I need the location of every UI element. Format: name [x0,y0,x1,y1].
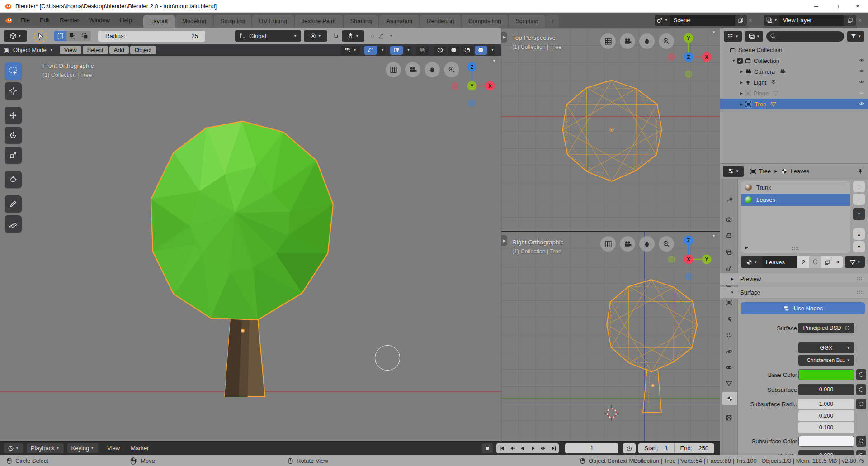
visibility-dropdown[interactable]: ▼ [341,46,360,55]
add-slot-button[interactable]: + [853,181,865,192]
breadcrumb-object[interactable]: Tree [759,168,771,175]
material-slot-leaves[interactable]: Leaves [741,194,850,206]
subsurface-method-dropdown[interactable]: Christensen-Bu..▼ [798,355,854,366]
material-slot-trunk[interactable]: Trunk [741,181,850,194]
subsurface-color-swatch[interactable] [798,436,854,447]
viewport-menu-object[interactable]: Object [130,46,156,54]
tool-cursor[interactable] [5,82,22,100]
tool-measure[interactable] [5,215,22,233]
proportional-editing-toggle[interactable]: ○ [371,33,374,39]
tab-modeling[interactable]: Modeling [175,15,213,28]
jump-end-button[interactable] [548,443,559,453]
tab-modifiers[interactable] [722,312,736,326]
overlays-toggle[interactable] [390,46,403,55]
preview-panel-header[interactable]: ▶ Preview [720,273,868,285]
distribution-dropdown[interactable]: GGX▼ [798,342,854,353]
pan-view-button[interactable] [639,33,655,49]
camera-view-button[interactable] [620,236,635,252]
subsurface-radius-field-1[interactable]: 0.200 [798,410,854,421]
tab-sculpting[interactable]: Sculpting [214,15,251,28]
tab-uv-editing[interactable]: UV Editing [252,15,293,28]
subsurface-radius-field-0[interactable]: 1.000 [798,399,854,409]
previous-keyframe-button[interactable] [507,443,517,453]
pivot-point-dropdown[interactable]: ▼ [304,30,327,42]
tab-physics[interactable] [722,345,736,358]
outliner-row-camera[interactable]: ▶Camera [720,66,868,77]
outliner-filter-dropdown[interactable]: ▼ [847,31,864,42]
eye-closed-icon[interactable] [858,90,865,96]
axis-navigation-gizmo[interactable]: YZX [667,31,712,81]
base-color-animate-button[interactable] [856,369,866,380]
tool-scale[interactable] [5,147,22,164]
outliner-filter-mode-dropdown[interactable]: ▼ [745,31,763,42]
slot-specials-dropdown[interactable]: ▼ [853,208,865,220]
surface-shader-field[interactable]: Principled BSD [798,323,854,333]
gizmos-dropdown[interactable]: ▼ [378,46,386,55]
tab-render[interactable] [722,213,736,226]
tool-move[interactable] [5,107,22,124]
collection-checkbox[interactable]: ✓ [737,58,743,64]
menu-file[interactable]: File [15,13,35,28]
menu-render[interactable]: Render [55,13,84,28]
tab-rendering[interactable]: Rendering [420,15,461,28]
tool-annotate[interactable] [5,195,22,213]
panel-grip[interactable] [857,277,864,281]
shading-solid-button[interactable] [448,46,460,55]
material-users-button[interactable]: 2 [797,256,809,268]
radius-field[interactable]: Radius: 25 [98,31,205,42]
view-layer-remove-button[interactable]: × [858,17,862,24]
snap-settings-dropdown[interactable]: ▼ [342,30,364,42]
region-collapse-chevron[interactable]: ▼ [710,29,718,35]
xray-toggle[interactable] [416,46,429,55]
viewport-menu-add[interactable]: Add [109,46,129,54]
tab-animation[interactable]: Animation [379,15,419,28]
current-frame-field[interactable]: 1 [565,443,618,453]
viewport-menu-view[interactable]: View [60,46,81,54]
tab-texture-paint[interactable]: Texture Paint [295,15,343,28]
view-layer-browse-button[interactable]: ▼ [764,15,779,26]
falloff-dropdown[interactable] [377,33,385,39]
keying-dropdown[interactable]: Keying▼ [67,443,99,453]
timeline-view-menu[interactable]: View [102,445,125,452]
expander-right-icon[interactable]: ▶ [738,81,745,85]
menu-help[interactable]: Help [115,13,137,28]
outliner-row-collection[interactable]: ▼✓Collection [720,55,868,66]
expander-right-icon[interactable]: ▶ [738,70,745,74]
tool-select-box[interactable] [5,62,22,80]
tab-particles[interactable] [722,329,736,342]
tab-material[interactable] [722,392,737,405]
tab-object-data[interactable] [722,376,736,390]
timeline-marker-menu[interactable]: Marker [125,445,154,452]
close-button[interactable]: × [847,0,868,12]
maximize-button[interactable]: □ [826,0,847,12]
jump-start-button[interactable] [496,443,507,453]
base-color-swatch[interactable] [798,369,854,380]
blender-menu-icon[interactable] [5,17,13,24]
link-mode-dropdown[interactable]: ▼ [845,256,865,268]
axis-navigation-gizmo[interactable]: ZYX [450,60,495,110]
eye-icon[interactable] [858,69,865,74]
gizmos-toggle[interactable] [364,46,377,55]
scene-browse-button[interactable]: ▼ [655,15,670,26]
eye-icon[interactable] [858,101,865,107]
tool-transform[interactable] [5,171,22,188]
camera-view-button[interactable] [405,62,420,77]
eye-icon[interactable] [858,80,865,85]
subsurface-field[interactable]: 0.000 [798,384,854,395]
new-material-button[interactable] [821,256,833,268]
tab-scripting[interactable]: Scripting [509,15,545,28]
scene-unlink-button[interactable]: × [749,17,752,24]
tab-layout[interactable]: Layout [143,15,175,28]
play-button[interactable] [528,443,538,453]
minimize-button[interactable]: ─ [806,0,826,12]
tab-output[interactable] [722,229,736,243]
properties-editor-dropdown[interactable]: ▼ [723,166,744,177]
transform-orientation-dropdown[interactable]: Global ▼ [235,30,301,42]
view-layer-new-button[interactable] [844,15,856,26]
tab-view-layer[interactable] [722,245,736,259]
tool-rotate[interactable] [5,127,22,144]
timeline-editor-dropdown[interactable]: ▼ [4,443,23,453]
frame-end-field[interactable]: End:250 [675,445,714,452]
breadcrumb-data[interactable]: Leaves [790,168,809,175]
subsurface-radius-field-2[interactable]: 0.100 [798,422,854,433]
